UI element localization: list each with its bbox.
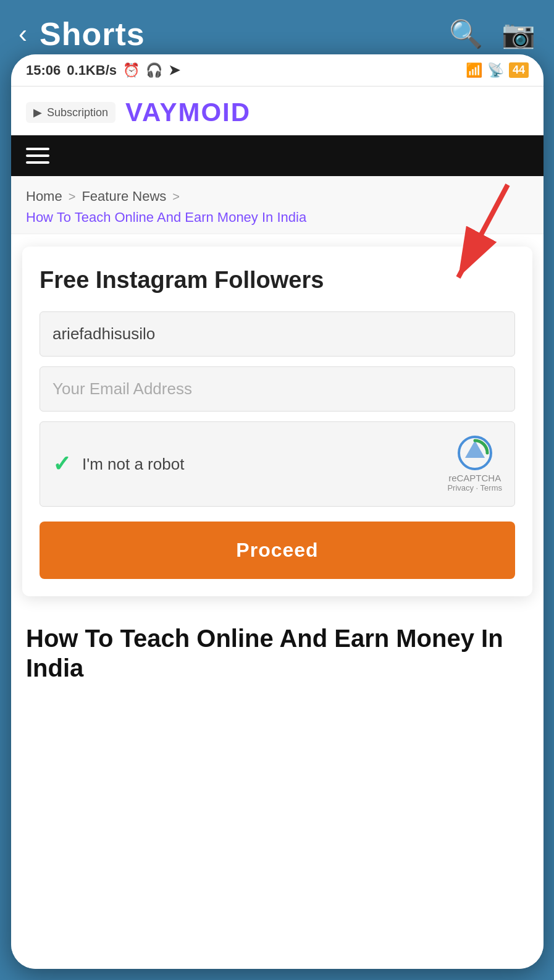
recaptcha-text: reCAPTCHA (448, 473, 501, 483)
hamburger-menu[interactable] (26, 148, 49, 164)
form-title: Free Instagram Followers (40, 266, 515, 295)
username-input[interactable] (40, 311, 515, 357)
vaymoid-logo: VAYMOID (125, 98, 251, 127)
website-content: ▶ Subscription VAYMOID Home > Feature Ne… (11, 87, 544, 969)
subscription-label: Subscription (47, 106, 108, 119)
article-title-bottom: How To Teach Online And Earn Money In In… (26, 623, 529, 683)
hamburger-line-2 (26, 154, 49, 157)
top-bar-left: ‹ Shorts (19, 15, 145, 53)
top-bar-right: 🔍 📷 (449, 18, 535, 50)
form-card: Free Instagram Followers ✓ I'm not a rob… (22, 247, 532, 597)
captcha-box[interactable]: ✓ I'm not a robot reCAPTCHA Privacy · Te… (40, 421, 515, 507)
breadcrumb-trail: Home > Feature News > (26, 188, 529, 205)
search-icon[interactable]: 🔍 (449, 18, 483, 50)
captcha-left: ✓ I'm not a robot (52, 451, 184, 477)
hamburger-line-3 (26, 161, 49, 164)
checkmark-icon: ✓ (52, 451, 71, 477)
email-input[interactable] (40, 366, 515, 412)
recaptcha-logo (458, 436, 492, 470)
captcha-label: I'm not a robot (82, 455, 184, 474)
breadcrumb-home[interactable]: Home (26, 188, 62, 205)
video-icon: ▶ (33, 106, 42, 119)
breadcrumb-feature-news[interactable]: Feature News (82, 188, 166, 205)
breadcrumb-section: Home > Feature News > How To Teach Onlin… (11, 176, 544, 234)
logo-purple: MOID (178, 98, 251, 127)
top-bar: ‹ Shorts 🔍 📷 (0, 0, 554, 68)
breadcrumb-sep-1: > (69, 190, 76, 204)
article-title-section: How To Teach Online And Earn Money In In… (11, 609, 544, 689)
subscription-badge: ▶ Subscription (26, 102, 115, 123)
phone-frame: 15:06 0.1KB/s ⏰ 🎧 ➤ 📶 📡 44 ▶ Subscriptio… (11, 54, 544, 969)
logo-area: ▶ Subscription VAYMOID (26, 98, 529, 127)
shorts-title: Shorts (40, 15, 145, 53)
camera-icon[interactable]: 📷 (502, 18, 535, 50)
hamburger-line-1 (26, 148, 49, 150)
site-header: ▶ Subscription VAYMOID (11, 87, 544, 135)
logo-black: VAY (125, 98, 178, 127)
breadcrumb-article[interactable]: How To Teach Online And Earn Money In In… (26, 208, 529, 227)
breadcrumb-sep-2: > (172, 190, 180, 204)
captcha-right: reCAPTCHA Privacy · Terms (447, 436, 502, 492)
back-button[interactable]: ‹ (19, 21, 27, 47)
proceed-button[interactable]: Proceed (40, 522, 515, 579)
recaptcha-links[interactable]: Privacy · Terms (447, 483, 502, 492)
nav-bar[interactable] (11, 135, 544, 176)
